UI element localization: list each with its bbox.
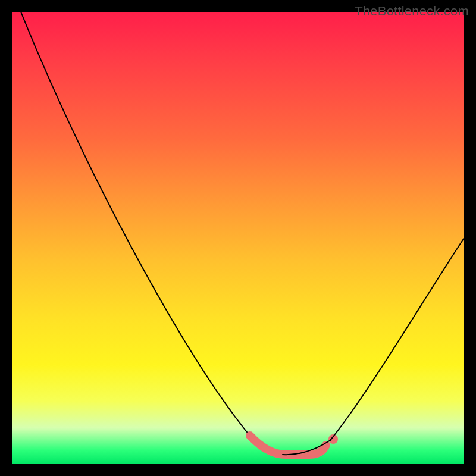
plot-area bbox=[12, 12, 464, 464]
optimal-zone-highlight bbox=[250, 436, 326, 455]
watermark-text: TheBottleneck.com bbox=[355, 4, 469, 19]
chart-frame: TheBottleneck.com bbox=[0, 0, 476, 476]
curve-layer bbox=[12, 12, 464, 464]
curve-left-branch bbox=[21, 12, 283, 455]
curve-right-branch bbox=[330, 238, 464, 440]
